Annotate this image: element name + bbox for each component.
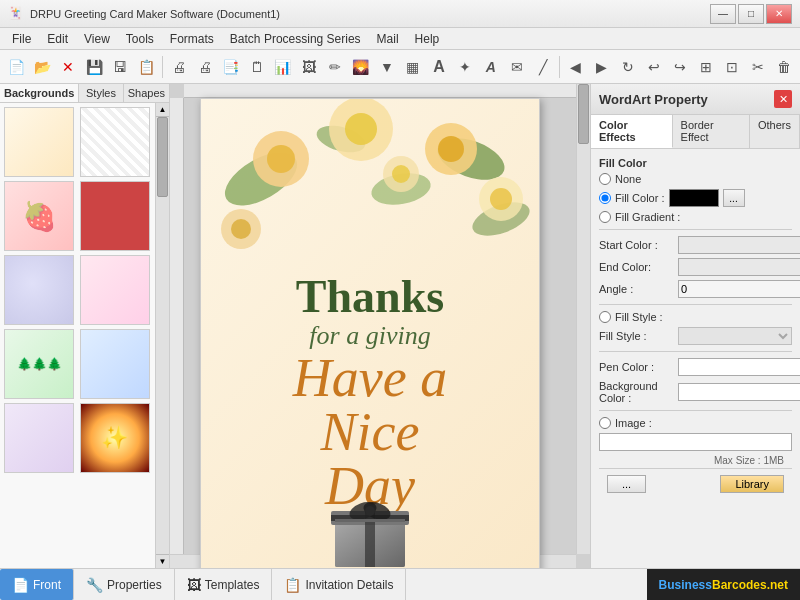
image-path-input[interactable] bbox=[599, 433, 792, 451]
open-btn[interactable]: 📂 bbox=[30, 54, 54, 80]
angle-input[interactable] bbox=[678, 280, 800, 298]
front-label: Front bbox=[33, 578, 61, 592]
bg-color-input[interactable] bbox=[678, 383, 800, 401]
print2-btn[interactable]: 🖨 bbox=[193, 54, 217, 80]
btn18[interactable]: ✦ bbox=[453, 54, 477, 80]
btn30[interactable]: 🗑 bbox=[772, 54, 796, 80]
list-item[interactable]: 🍓 bbox=[4, 181, 74, 251]
menu-mail[interactable]: Mail bbox=[369, 30, 407, 48]
brand-blue: Business bbox=[659, 578, 712, 592]
main-area: Backgrounds Styles Shapes 🍓 bbox=[0, 84, 800, 568]
fill-style-radio[interactable] bbox=[599, 311, 611, 323]
left-scrollbar[interactable]: ▲ ▼ bbox=[155, 103, 169, 568]
none-radio-row: None bbox=[599, 173, 792, 185]
tab-backgrounds[interactable]: Backgrounds bbox=[0, 84, 79, 102]
btn24[interactable]: ↻ bbox=[616, 54, 640, 80]
properties-button[interactable]: 🔧 Properties bbox=[74, 569, 175, 600]
start-color-label: Start Color : bbox=[599, 239, 674, 251]
library-btn[interactable]: Library bbox=[720, 475, 784, 493]
card-line4: Nice bbox=[201, 405, 539, 459]
fill-image-radio[interactable] bbox=[599, 417, 611, 429]
ruler-vertical bbox=[170, 98, 184, 568]
pencil-btn[interactable]: ✏ bbox=[323, 54, 347, 80]
list-item[interactable] bbox=[80, 181, 150, 251]
menu-file[interactable]: File bbox=[4, 30, 39, 48]
btn25[interactable]: ↩ bbox=[642, 54, 666, 80]
image-radio-row: Image : bbox=[599, 417, 792, 429]
list-item[interactable] bbox=[80, 255, 150, 325]
scroll-thumb-v[interactable] bbox=[578, 84, 589, 144]
invitation-button[interactable]: 📋 Invitation Details bbox=[272, 569, 406, 600]
btn10[interactable]: 🗒 bbox=[245, 54, 269, 80]
svg-point-16 bbox=[392, 165, 410, 183]
btn6[interactable]: 📋 bbox=[134, 54, 158, 80]
print-btn[interactable]: 🖨 bbox=[167, 54, 191, 80]
svg-point-6 bbox=[267, 145, 295, 173]
canvas-scrollbar-vertical[interactable] bbox=[576, 84, 590, 554]
toolbar: 📄 📂 ✕ 💾 🖫 📋 🖨 🖨 📑 🗒 📊 🖼 ✏ 🌄 ▼ ▦ A ✦ A ✉ … bbox=[0, 50, 800, 84]
fill-color-radio[interactable] bbox=[599, 192, 611, 204]
invitation-icon: 📋 bbox=[284, 577, 301, 593]
angle-label: Angle : bbox=[599, 283, 674, 295]
btn11[interactable]: 📊 bbox=[271, 54, 295, 80]
email-btn[interactable]: ✉ bbox=[505, 54, 529, 80]
minimize-button[interactable]: — bbox=[710, 4, 736, 24]
new-btn[interactable]: 📄 bbox=[4, 54, 28, 80]
list-item[interactable] bbox=[4, 255, 74, 325]
save-as-btn[interactable]: 🖫 bbox=[108, 54, 132, 80]
menu-batch[interactable]: Batch Processing Series bbox=[222, 30, 369, 48]
canvas-area: Thanks for a giving Have a Nice Day bbox=[170, 84, 590, 568]
menu-help[interactable]: Help bbox=[407, 30, 448, 48]
list-item[interactable] bbox=[4, 107, 74, 177]
btn29[interactable]: ✂ bbox=[746, 54, 770, 80]
btn26[interactable]: ↪ bbox=[668, 54, 692, 80]
line-btn[interactable]: ╱ bbox=[531, 54, 555, 80]
dropdown-btn[interactable]: ▼ bbox=[375, 54, 399, 80]
templates-icon: 🖼 bbox=[187, 577, 201, 593]
panel-content: 🍓 🌲🌲🌲 bbox=[0, 103, 155, 568]
list-item[interactable]: 🌲🌲🌲 bbox=[4, 329, 74, 399]
panel-close-button[interactable]: ✕ bbox=[774, 90, 792, 108]
text-btn[interactable]: A bbox=[427, 54, 451, 80]
menu-edit[interactable]: Edit bbox=[39, 30, 76, 48]
tab-color-effects[interactable]: Color Effects bbox=[591, 115, 673, 148]
menu-tools[interactable]: Tools bbox=[118, 30, 162, 48]
btn27[interactable]: ⊞ bbox=[694, 54, 718, 80]
fill-color-label: Fill Color : bbox=[615, 192, 665, 204]
btn28[interactable]: ⊡ bbox=[720, 54, 744, 80]
fill-none-radio[interactable] bbox=[599, 173, 611, 185]
templates-button[interactable]: 🖼 Templates bbox=[175, 569, 273, 600]
small-btn[interactable]: ... bbox=[607, 475, 646, 493]
brand-badge: BusinessBarcodes.net bbox=[647, 569, 800, 600]
fill-gradient-radio[interactable] bbox=[599, 211, 611, 223]
image-btn[interactable]: 🖼 bbox=[297, 54, 321, 80]
list-item[interactable] bbox=[4, 403, 74, 473]
pen-color-input[interactable] bbox=[678, 358, 800, 376]
front-button[interactable]: 📄 Front bbox=[0, 569, 74, 600]
close-button[interactable]: ✕ bbox=[766, 4, 792, 24]
maximize-button[interactable]: □ bbox=[738, 4, 764, 24]
menu-view[interactable]: View bbox=[76, 30, 118, 48]
list-item[interactable] bbox=[80, 107, 150, 177]
sep1 bbox=[162, 56, 163, 78]
tab-others[interactable]: Others bbox=[750, 115, 800, 148]
barcode-btn[interactable]: ▦ bbox=[401, 54, 425, 80]
list-item[interactable] bbox=[80, 329, 150, 399]
fwd-btn[interactable]: ▶ bbox=[590, 54, 614, 80]
tab-styles[interactable]: Styles bbox=[79, 84, 123, 102]
save-btn[interactable]: 💾 bbox=[82, 54, 106, 80]
fill-color-picker-btn[interactable]: ... bbox=[723, 189, 745, 207]
wordart-btn[interactable]: A bbox=[479, 54, 503, 80]
back-btn[interactable]: ◀ bbox=[564, 54, 588, 80]
card-line1: Thanks bbox=[201, 274, 539, 320]
list-item[interactable]: ✨ bbox=[80, 403, 150, 473]
fill-color-box[interactable] bbox=[669, 189, 719, 207]
tab-border-effect[interactable]: Border Effect bbox=[673, 115, 750, 148]
fill-gradient-radio-row: Fill Gradient : bbox=[599, 211, 792, 223]
picture-btn[interactable]: 🌄 bbox=[349, 54, 373, 80]
fill-style-radio-row: Fill Style : bbox=[599, 311, 792, 323]
menu-formats[interactable]: Formats bbox=[162, 30, 222, 48]
tab-shapes[interactable]: Shapes bbox=[124, 84, 169, 102]
btn9[interactable]: 📑 bbox=[219, 54, 243, 80]
close-doc-btn[interactable]: ✕ bbox=[56, 54, 80, 80]
